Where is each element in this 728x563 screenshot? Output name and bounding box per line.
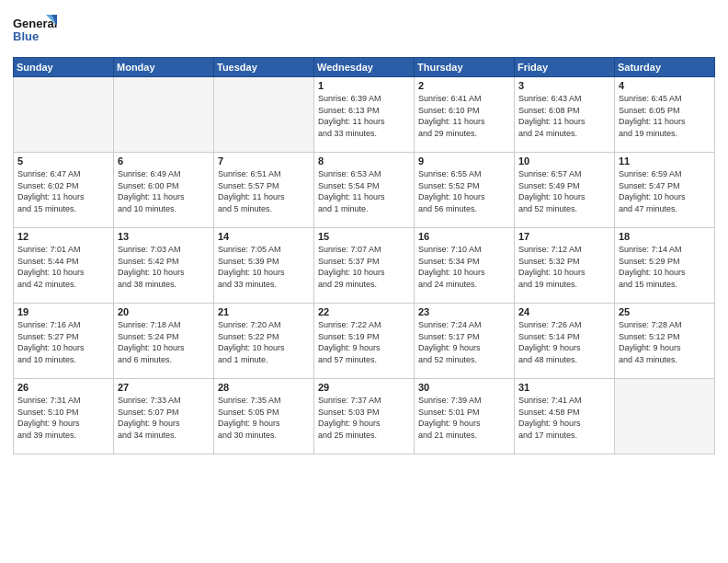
svg-text:Blue: Blue: [13, 29, 39, 43]
calendar-cell: 31Sunrise: 7:41 AM Sunset: 4:58 PM Dayli…: [515, 379, 615, 454]
week-row-3: 12Sunrise: 7:01 AM Sunset: 5:44 PM Dayli…: [14, 228, 715, 304]
day-number: 7: [218, 155, 310, 167]
day-info: Sunrise: 6:57 AM Sunset: 5:49 PM Dayligh…: [518, 168, 610, 214]
calendar-cell: 17Sunrise: 7:12 AM Sunset: 5:32 PM Dayli…: [515, 228, 615, 304]
day-info: Sunrise: 7:39 AM Sunset: 5:01 PM Dayligh…: [418, 395, 510, 441]
day-number: 5: [17, 155, 109, 167]
day-info: Sunrise: 7:07 AM Sunset: 5:37 PM Dayligh…: [318, 244, 410, 290]
calendar-cell: 19Sunrise: 7:16 AM Sunset: 5:27 PM Dayli…: [14, 304, 114, 379]
calendar-cell: 8Sunrise: 6:53 AM Sunset: 5:54 PM Daylig…: [314, 153, 415, 228]
calendar-cell: 10Sunrise: 6:57 AM Sunset: 5:49 PM Dayli…: [515, 153, 615, 228]
calendar-table: SundayMondayTuesdayWednesdayThursdayFrid…: [13, 57, 715, 454]
day-number: 12: [17, 231, 109, 242]
weekday-header-sunday: Sunday: [14, 58, 114, 77]
day-info: Sunrise: 7:37 AM Sunset: 5:03 PM Dayligh…: [318, 395, 410, 441]
day-info: Sunrise: 6:43 AM Sunset: 6:08 PM Dayligh…: [518, 93, 610, 139]
calendar-cell: 15Sunrise: 7:07 AM Sunset: 5:37 PM Dayli…: [314, 228, 415, 304]
calendar-cell: 5Sunrise: 6:47 AM Sunset: 6:02 PM Daylig…: [14, 153, 114, 228]
day-info: Sunrise: 7:35 AM Sunset: 5:05 PM Dayligh…: [218, 395, 310, 441]
day-number: 24: [518, 306, 610, 317]
page: GeneralBlue SundayMondayTuesdayWednesday…: [0, 0, 728, 563]
calendar-cell: [14, 77, 114, 153]
day-info: Sunrise: 6:47 AM Sunset: 6:02 PM Dayligh…: [17, 168, 109, 214]
day-number: 25: [619, 306, 711, 317]
day-number: 21: [218, 306, 310, 317]
day-info: Sunrise: 6:53 AM Sunset: 5:54 PM Dayligh…: [318, 168, 410, 214]
calendar-cell: 25Sunrise: 7:28 AM Sunset: 5:12 PM Dayli…: [615, 304, 715, 379]
day-number: 13: [118, 231, 210, 242]
calendar-cell: 30Sunrise: 7:39 AM Sunset: 5:01 PM Dayli…: [415, 379, 515, 454]
calendar-cell: 11Sunrise: 6:59 AM Sunset: 5:47 PM Dayli…: [615, 153, 715, 228]
day-number: 3: [518, 80, 610, 91]
calendar-cell: 12Sunrise: 7:01 AM Sunset: 5:44 PM Dayli…: [14, 228, 114, 304]
day-number: 19: [17, 306, 109, 317]
day-info: Sunrise: 7:12 AM Sunset: 5:32 PM Dayligh…: [518, 244, 610, 290]
day-info: Sunrise: 7:22 AM Sunset: 5:19 PM Dayligh…: [318, 319, 410, 365]
day-number: 15: [318, 231, 410, 242]
calendar-cell: 3Sunrise: 6:43 AM Sunset: 6:08 PM Daylig…: [515, 77, 615, 153]
day-info: Sunrise: 6:51 AM Sunset: 5:57 PM Dayligh…: [218, 168, 310, 214]
calendar-cell: 16Sunrise: 7:10 AM Sunset: 5:34 PM Dayli…: [415, 228, 515, 304]
calendar-cell: 4Sunrise: 6:45 AM Sunset: 6:05 PM Daylig…: [615, 77, 715, 153]
day-info: Sunrise: 7:01 AM Sunset: 5:44 PM Dayligh…: [17, 244, 109, 290]
day-number: 29: [318, 382, 410, 393]
day-number: 22: [318, 306, 410, 317]
calendar-cell: 28Sunrise: 7:35 AM Sunset: 5:05 PM Dayli…: [214, 379, 314, 454]
calendar-cell: 21Sunrise: 7:20 AM Sunset: 5:22 PM Dayli…: [214, 304, 314, 379]
calendar-cell: 23Sunrise: 7:24 AM Sunset: 5:17 PM Dayli…: [415, 304, 515, 379]
day-number: 30: [418, 382, 510, 393]
header: GeneralBlue: [13, 9, 715, 50]
day-info: Sunrise: 6:59 AM Sunset: 5:47 PM Dayligh…: [619, 168, 711, 214]
calendar-cell: 27Sunrise: 7:33 AM Sunset: 5:07 PM Dayli…: [114, 379, 214, 454]
day-number: 8: [318, 155, 410, 167]
calendar-cell: [214, 77, 314, 153]
day-number: 4: [619, 80, 711, 91]
day-info: Sunrise: 7:03 AM Sunset: 5:42 PM Dayligh…: [118, 244, 210, 290]
day-number: 2: [418, 80, 510, 91]
calendar-cell: 26Sunrise: 7:31 AM Sunset: 5:10 PM Dayli…: [14, 379, 114, 454]
day-number: 11: [619, 155, 711, 167]
calendar-cell: 20Sunrise: 7:18 AM Sunset: 5:24 PM Dayli…: [114, 304, 214, 379]
weekday-header-monday: Monday: [114, 58, 214, 77]
day-number: 18: [619, 231, 711, 242]
weekday-header-friday: Friday: [515, 58, 615, 77]
day-info: Sunrise: 7:20 AM Sunset: 5:22 PM Dayligh…: [218, 319, 310, 365]
day-info: Sunrise: 6:41 AM Sunset: 6:10 PM Dayligh…: [418, 93, 510, 139]
day-info: Sunrise: 7:18 AM Sunset: 5:24 PM Dayligh…: [118, 319, 210, 365]
calendar-cell: 13Sunrise: 7:03 AM Sunset: 5:42 PM Dayli…: [114, 228, 214, 304]
weekday-header-thursday: Thursday: [415, 58, 515, 77]
day-info: Sunrise: 7:05 AM Sunset: 5:39 PM Dayligh…: [218, 244, 310, 290]
calendar-cell: 7Sunrise: 6:51 AM Sunset: 5:57 PM Daylig…: [214, 153, 314, 228]
day-info: Sunrise: 7:10 AM Sunset: 5:34 PM Dayligh…: [418, 244, 510, 290]
calendar-cell: 14Sunrise: 7:05 AM Sunset: 5:39 PM Dayli…: [214, 228, 314, 304]
day-number: 26: [17, 382, 109, 393]
calendar-cell: 24Sunrise: 7:26 AM Sunset: 5:14 PM Dayli…: [515, 304, 615, 379]
day-info: Sunrise: 6:45 AM Sunset: 6:05 PM Dayligh…: [619, 93, 711, 139]
calendar-cell: 9Sunrise: 6:55 AM Sunset: 5:52 PM Daylig…: [415, 153, 515, 228]
day-info: Sunrise: 7:16 AM Sunset: 5:27 PM Dayligh…: [17, 319, 109, 365]
weekday-header-wednesday: Wednesday: [314, 58, 415, 77]
week-row-4: 19Sunrise: 7:16 AM Sunset: 5:27 PM Dayli…: [14, 304, 715, 379]
day-info: Sunrise: 7:14 AM Sunset: 5:29 PM Dayligh…: [619, 244, 711, 290]
calendar-cell: 2Sunrise: 6:41 AM Sunset: 6:10 PM Daylig…: [415, 77, 515, 153]
day-number: 1: [318, 80, 410, 91]
day-info: Sunrise: 7:41 AM Sunset: 4:58 PM Dayligh…: [518, 395, 610, 441]
day-number: 6: [118, 155, 210, 167]
weekday-header-row: SundayMondayTuesdayWednesdayThursdayFrid…: [14, 58, 715, 77]
day-info: Sunrise: 7:31 AM Sunset: 5:10 PM Dayligh…: [17, 395, 109, 441]
day-number: 10: [518, 155, 610, 167]
day-info: Sunrise: 6:39 AM Sunset: 6:13 PM Dayligh…: [318, 93, 410, 139]
calendar-cell: [114, 77, 214, 153]
day-number: 17: [518, 231, 610, 242]
day-info: Sunrise: 7:28 AM Sunset: 5:12 PM Dayligh…: [619, 319, 711, 365]
weekday-header-saturday: Saturday: [615, 58, 715, 77]
day-number: 16: [418, 231, 510, 242]
calendar-cell: 18Sunrise: 7:14 AM Sunset: 5:29 PM Dayli…: [615, 228, 715, 304]
week-row-1: 1Sunrise: 6:39 AM Sunset: 6:13 PM Daylig…: [14, 77, 715, 153]
logo-svg: GeneralBlue: [13, 13, 59, 50]
weekday-header-tuesday: Tuesday: [214, 58, 314, 77]
day-info: Sunrise: 7:24 AM Sunset: 5:17 PM Dayligh…: [418, 319, 510, 365]
day-number: 27: [118, 382, 210, 393]
day-info: Sunrise: 6:55 AM Sunset: 5:52 PM Dayligh…: [418, 168, 510, 214]
calendar-cell: 6Sunrise: 6:49 AM Sunset: 6:00 PM Daylig…: [114, 153, 214, 228]
